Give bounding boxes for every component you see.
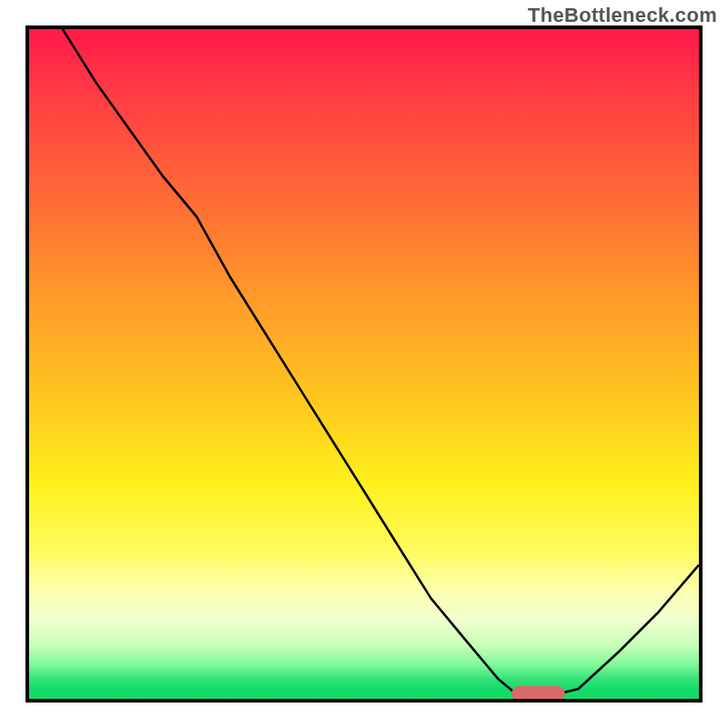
plot-frame (25, 25, 703, 703)
curve-svg (29, 29, 699, 699)
optimum-marker (511, 686, 565, 702)
watermark-text: TheBottleneck.com (528, 4, 717, 27)
bottleneck-curve-path (63, 29, 699, 695)
chart-container: TheBottleneck.com (0, 0, 728, 728)
